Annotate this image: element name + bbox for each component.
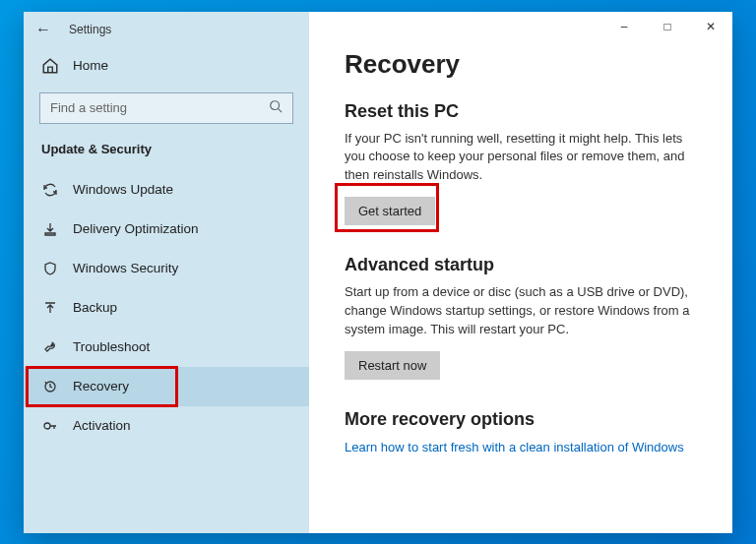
minimize-button[interactable]: – xyxy=(602,12,646,41)
fresh-install-link[interactable]: Learn how to start fresh with a clean in… xyxy=(345,440,684,454)
sidebar: ← Settings Home Find a setting Update & … xyxy=(24,12,309,533)
sync-icon xyxy=(41,182,59,198)
search-input[interactable]: Find a setting xyxy=(39,92,293,124)
back-button[interactable]: ← xyxy=(35,21,51,38)
sidebar-item-troubleshoot[interactable]: Troubleshoot xyxy=(24,328,309,367)
maximize-button[interactable]: □ xyxy=(646,12,689,41)
page-title: Recovery xyxy=(345,49,705,80)
nav-label: Backup xyxy=(73,300,117,315)
backup-icon xyxy=(41,300,59,316)
search-icon xyxy=(269,99,283,116)
advanced-section: Advanced startup Start up from a device … xyxy=(345,255,705,380)
window-controls: – □ ✕ xyxy=(602,12,732,41)
sidebar-item-backup[interactable]: Backup xyxy=(24,288,309,328)
close-button[interactable]: ✕ xyxy=(689,12,732,41)
home-label: Home xyxy=(73,58,108,73)
reset-section: Reset this PC If your PC isn't running w… xyxy=(345,101,705,226)
shield-icon xyxy=(41,261,59,276)
search-placeholder: Find a setting xyxy=(50,100,127,115)
reset-heading: Reset this PC xyxy=(345,101,705,122)
category-title: Update & Security xyxy=(24,138,309,170)
nav-label: Windows Update xyxy=(73,182,173,197)
svg-point-2 xyxy=(44,423,50,429)
restart-now-button[interactable]: Restart now xyxy=(345,351,440,380)
more-section: More recovery options Learn how to start… xyxy=(345,409,705,455)
get-started-button[interactable]: Get started xyxy=(345,197,435,225)
nav-label: Windows Security xyxy=(73,261,178,275)
app-title: Settings xyxy=(69,23,111,36)
sidebar-item-activation[interactable]: Activation xyxy=(24,406,309,446)
svg-point-0 xyxy=(271,101,280,110)
advanced-description: Start up from a device or disc (such as … xyxy=(345,283,705,339)
main-content: – □ ✕ Recovery Reset this PC If your PC … xyxy=(309,12,732,533)
sidebar-item-recovery[interactable]: Recovery xyxy=(24,367,309,406)
sidebar-item-windows-update[interactable]: Windows Update xyxy=(24,170,309,210)
nav-list: Windows Update Delivery Optimization Win… xyxy=(24,170,309,446)
more-heading: More recovery options xyxy=(345,409,705,430)
nav-label: Recovery xyxy=(73,379,129,393)
nav-label: Troubleshoot xyxy=(73,339,150,354)
home-nav[interactable]: Home xyxy=(24,47,309,85)
sidebar-item-delivery-optimization[interactable]: Delivery Optimization xyxy=(24,210,309,249)
download-icon xyxy=(41,221,59,237)
home-icon xyxy=(41,57,59,75)
key-icon xyxy=(41,418,59,434)
nav-label: Activation xyxy=(73,418,131,433)
wrench-icon xyxy=(41,339,59,355)
reset-description: If your PC isn't running well, resetting… xyxy=(345,130,705,186)
advanced-heading: Advanced startup xyxy=(345,255,705,275)
nav-label: Delivery Optimization xyxy=(73,221,199,236)
recovery-icon xyxy=(41,379,59,394)
sidebar-item-windows-security[interactable]: Windows Security xyxy=(24,249,309,288)
settings-window: ← Settings Home Find a setting Update & … xyxy=(24,12,732,533)
titlebar: ← Settings xyxy=(24,12,309,47)
